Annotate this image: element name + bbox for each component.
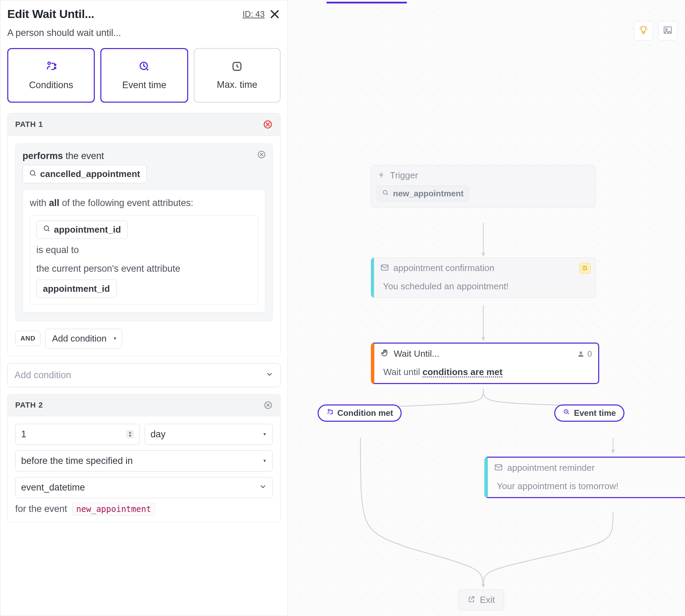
- svg-point-18: [383, 190, 387, 194]
- close-icon[interactable]: [269, 8, 281, 20]
- caret-down-icon: ▼: [113, 336, 117, 341]
- attribute-label: event_datetime: [21, 482, 85, 493]
- branch-left-label: Condition met: [337, 408, 393, 418]
- image-button[interactable]: [658, 21, 677, 40]
- reference-attribute[interactable]: appointment_id: [36, 280, 117, 298]
- branch-right-label: Event time: [574, 408, 616, 418]
- attr-intro-suffix: of the following event attributes:: [60, 198, 193, 208]
- and-pill[interactable]: AND: [15, 331, 40, 346]
- for-event-prefix: for the event: [15, 504, 67, 514]
- idea-button[interactable]: [634, 21, 653, 40]
- trigger-event-chip[interactable]: new_appointment: [377, 186, 469, 202]
- wait-count: 0: [587, 349, 592, 359]
- lightbulb-icon: [639, 25, 648, 36]
- wait-sub-prefix: Wait until: [383, 367, 422, 377]
- svg-marker-13: [482, 253, 485, 257]
- option-max-time[interactable]: Max. time: [194, 48, 281, 103]
- email-confirmation-node[interactable]: appointment confirmation You scheduled a…: [371, 258, 596, 298]
- delete-path-1-icon[interactable]: [263, 120, 273, 129]
- relation-label: before the time specified in: [21, 456, 133, 466]
- active-tab-indicator: [327, 1, 407, 3]
- operator-text: is equal to: [36, 243, 252, 258]
- option-event-time-label: Event time: [122, 80, 166, 91]
- number-value: 1: [21, 429, 26, 440]
- option-max-time-label: Max. time: [217, 80, 257, 90]
- step-down-icon[interactable]: ▼: [128, 434, 132, 438]
- svg-marker-16: [482, 584, 485, 588]
- branch-event-time[interactable]: Event time: [554, 404, 624, 422]
- exit-node[interactable]: Exit: [458, 589, 504, 610]
- attr-intro-bold: all: [49, 198, 60, 208]
- email1-subtitle: You scheduled an appointment!: [374, 278, 595, 297]
- wait-until-node[interactable]: Wait Until... 0 Wait until conditions ar…: [371, 343, 599, 384]
- path-1-title: PATH 1: [15, 120, 43, 129]
- workflow-canvas[interactable]: Trigger new_appointment appointment conf…: [288, 0, 685, 616]
- svg-point-7: [30, 170, 35, 175]
- person-branch-icon: [326, 408, 334, 418]
- panel-subtitle: A person should wait until...: [7, 28, 281, 38]
- path-1: PATH 1 performs the event: [7, 113, 281, 356]
- option-conditions[interactable]: Conditions: [7, 48, 95, 103]
- add-condition-dropdown[interactable]: Add condition ▼: [45, 329, 122, 348]
- trigger-event-name: new_appointment: [393, 189, 464, 198]
- email2-subtitle: Your appointment is tomorrow!: [488, 478, 685, 497]
- number-stepper[interactable]: ▲ ▼: [126, 430, 134, 438]
- svg-point-22: [328, 409, 329, 411]
- canvas-toolbar: [634, 21, 677, 40]
- relation-select[interactable]: before the time specified in ▼: [15, 450, 273, 472]
- svg-point-0: [48, 62, 50, 64]
- attribute-box: with all of the following event attribut…: [22, 189, 265, 312]
- caret-down-icon: ▼: [263, 432, 267, 437]
- trigger-title: Trigger: [390, 170, 418, 181]
- clock-icon: [231, 60, 243, 75]
- add-condition-label: Add condition: [52, 333, 107, 344]
- trigger-node[interactable]: Trigger new_appointment: [371, 165, 596, 207]
- email1-title: appointment confirmation: [393, 263, 494, 273]
- mail-icon: [494, 463, 503, 473]
- panel-title: Edit Wait Until...: [7, 7, 94, 21]
- id-link[interactable]: ID: 43: [243, 9, 265, 19]
- performs-label: performs: [22, 151, 63, 161]
- option-event-time[interactable]: Event time: [100, 48, 188, 103]
- branch-condition-met[interactable]: Condition met: [318, 404, 402, 422]
- add-path-condition-select[interactable]: Add condition: [7, 363, 281, 387]
- svg-point-21: [579, 352, 582, 354]
- event-name: cancelled_appointment: [40, 169, 140, 179]
- for-event-name: new_appointment: [72, 503, 155, 516]
- attribute-name: appointment_id: [54, 224, 121, 235]
- svg-point-11: [666, 28, 667, 30]
- exit-icon: [467, 595, 476, 605]
- panel-header: Edit Wait Until... ID: 43: [7, 5, 281, 25]
- attribute-chip[interactable]: appointment_id: [36, 221, 128, 239]
- attribute-select[interactable]: event_datetime: [15, 477, 273, 498]
- cursor-clock-icon: [138, 60, 150, 75]
- path-1-header: PATH 1: [8, 113, 280, 136]
- path-2-title: PATH 2: [15, 401, 43, 410]
- event-chip[interactable]: cancelled_appointment: [22, 165, 147, 183]
- unit-select[interactable]: day ▼: [145, 424, 273, 445]
- email-reminder-node[interactable]: appointment reminder Your appointment is…: [484, 457, 685, 498]
- wait-subtitle: Wait until conditions are met: [374, 364, 598, 383]
- cursor-icon: [43, 225, 51, 234]
- cursor-icon: [382, 189, 390, 198]
- note-icon[interactable]: [579, 263, 591, 274]
- image-icon: [663, 25, 673, 36]
- attribute-inner: appointment_id is equal to the current p…: [30, 215, 258, 305]
- caret-down-icon: ▼: [263, 458, 267, 463]
- edit-panel: Edit Wait Until... ID: 43 A person shoul…: [0, 0, 288, 616]
- cursor-clock-icon: [563, 408, 570, 418]
- svg-point-8: [44, 226, 49, 231]
- bolt-icon: [377, 171, 386, 180]
- wait-title: Wait Until...: [394, 348, 439, 359]
- email2-title: appointment reminder: [507, 463, 595, 473]
- unit-label: day: [150, 429, 166, 440]
- hand-icon: [381, 349, 390, 359]
- performs-suffix: the event: [63, 151, 104, 161]
- remove-condition-icon[interactable]: [257, 150, 266, 159]
- number-input[interactable]: 1 ▲ ▼: [15, 424, 140, 445]
- wait-people-count: 0: [577, 349, 592, 359]
- attr-intro-prefix: with: [30, 198, 49, 208]
- path-2: PATH 2 1 ▲ ▼ day ▼: [7, 394, 281, 522]
- remove-path-2-icon[interactable]: [264, 401, 273, 410]
- cursor-icon: [29, 169, 37, 179]
